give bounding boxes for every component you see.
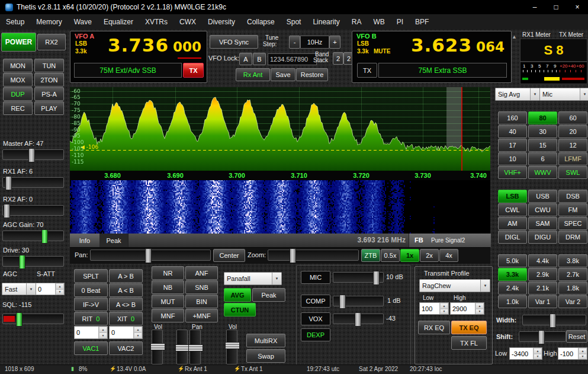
zoom-1x-button[interactable]: 1x: [400, 249, 419, 262]
agc-gain-slider[interactable]: [2, 231, 64, 241]
band-160-button[interactable]: 160: [498, 111, 527, 124]
if-to-vfo-button[interactable]: IF->V: [74, 298, 108, 311]
filter-5.0k-button[interactable]: 5.0k: [498, 254, 527, 267]
tx-filter-button[interactable]: TX FL: [451, 336, 487, 350]
a-swap-b-button[interactable]: A <> B: [109, 298, 143, 311]
shift-slider[interactable]: [519, 331, 566, 342]
slider-thumb[interactable]: [19, 255, 25, 269]
slider-thumb[interactable]: [339, 295, 346, 309]
mon-button[interactable]: MON: [3, 59, 33, 72]
slider-thumb[interactable]: [5, 176, 12, 190]
mode-cwu-button[interactable]: CWU: [528, 203, 557, 216]
bin-button[interactable]: BIN: [185, 295, 218, 308]
up-arrow-icon[interactable]: ▲: [56, 283, 64, 289]
snb-button[interactable]: SNB: [185, 280, 218, 294]
spinner-arrows[interactable]: ▲▼: [98, 327, 107, 338]
pure-signal-label[interactable]: Pure Signal2: [431, 237, 465, 244]
up-arrow-icon[interactable]: ▲: [475, 303, 484, 309]
anf-button[interactable]: ANF: [185, 266, 218, 280]
dup-button[interactable]: DUP: [3, 87, 33, 101]
rx2-button[interactable]: RX2: [37, 34, 66, 50]
filter-high-spinner[interactable]: -100 ▲▼: [558, 347, 587, 360]
band-wwv-button[interactable]: WWV: [528, 166, 557, 179]
filter-2.1k-button[interactable]: 2.1k: [528, 282, 557, 295]
nb-button[interactable]: NB: [152, 280, 184, 294]
s-att-spinner[interactable]: 0 ▲▼: [36, 283, 65, 295]
slider-thumb[interactable]: [150, 343, 165, 350]
chevron-down-icon[interactable]: ▼: [580, 88, 588, 100]
mox-button[interactable]: MOX: [3, 73, 33, 87]
xit-spinner[interactable]: 0 ▲▼: [109, 326, 143, 339]
vac2-button[interactable]: VAC2: [109, 341, 143, 355]
filter-low-spinner[interactable]: -3400 ▲▼: [509, 347, 542, 360]
vfob-frequency[interactable]: 3.623 064: [379, 34, 505, 58]
zoom-slider[interactable]: [268, 250, 359, 261]
menu-linearity[interactable]: Linearity: [307, 18, 345, 26]
filter-2.7k-button[interactable]: 2.7k: [558, 268, 587, 281]
mode-cwl-button[interactable]: CWL: [498, 203, 527, 216]
sub-pan-slider[interactable]: [189, 330, 201, 365]
spinner-arrows[interactable]: ▲▼: [133, 327, 142, 338]
avg-button[interactable]: AVG: [224, 288, 251, 302]
collapse-panel-icon[interactable]: ▲: [512, 34, 517, 40]
filter-1.8k-button[interactable]: 1.8k: [558, 282, 587, 295]
vfoa-bandstack-display[interactable]: 75M Ext/Adv SSB: [74, 63, 182, 78]
down-arrow-icon[interactable]: ▼: [440, 309, 448, 315]
zoom-4x-button[interactable]: 4x: [439, 249, 458, 262]
multirx-button[interactable]: MultiRX: [246, 334, 285, 347]
spinner-arrows[interactable]: ▲▼: [578, 348, 587, 359]
rx-meter-mode-select[interactable]: Sig Avg ▼: [495, 88, 540, 101]
chevron-down-icon[interactable]: ▼: [530, 88, 539, 100]
tx-eq-button[interactable]: TX EQ: [451, 321, 487, 334]
zoom-0.5x-button[interactable]: 0.5x: [381, 249, 400, 262]
sql-slider[interactable]: [2, 314, 64, 324]
shift-reset-button[interactable]: Reset: [566, 330, 587, 343]
band-6-button[interactable]: 6: [528, 152, 557, 165]
power-button[interactable]: POWER: [1, 33, 36, 52]
chevron-down-icon[interactable]: ▼: [272, 273, 281, 285]
nr-button[interactable]: NR: [152, 266, 184, 280]
vfo-lock-b-button[interactable]: B: [253, 53, 266, 65]
step-up-button[interactable]: +: [329, 36, 340, 49]
band-17-button[interactable]: 17: [498, 139, 527, 152]
menu-xvtrs[interactable]: XVTRs: [139, 18, 173, 26]
down-arrow-icon[interactable]: ▼: [534, 354, 542, 360]
mode-dsb-button[interactable]: DSB: [558, 190, 587, 203]
rec-button[interactable]: REC: [3, 101, 33, 115]
menu-spot[interactable]: Spot: [281, 18, 307, 26]
band-30-button[interactable]: 30: [528, 125, 557, 138]
rit-button[interactable]: RIT 0: [74, 312, 108, 325]
restore-button[interactable]: Restore: [296, 68, 328, 81]
slider-thumb[interactable]: [373, 271, 380, 285]
mode-usb-button[interactable]: USB: [528, 190, 557, 203]
vfo-lock-a-button[interactable]: A: [239, 53, 252, 65]
mode-fm-button[interactable]: FM: [558, 203, 587, 216]
rx1-pan-slider[interactable]: [176, 330, 188, 365]
slider-thumb[interactable]: [355, 312, 361, 327]
tx-high-spinner[interactable]: 2900 ▲▼: [450, 302, 484, 315]
slider-thumb[interactable]: [4, 204, 10, 218]
vfoa-tx-indicator[interactable]: TX: [183, 63, 204, 78]
band-stack-a-button[interactable]: 2: [333, 52, 343, 65]
up-arrow-icon[interactable]: ▲: [579, 348, 587, 354]
display-mode-select[interactable]: Panafall ▼: [224, 272, 282, 285]
rx-eq-button[interactable]: RX EQ: [418, 321, 450, 334]
close-button[interactable]: ×: [567, 0, 588, 14]
tx-meter-label[interactable]: TX Meter: [559, 31, 583, 38]
frequency-entry-field[interactable]: 1234.567890: [268, 53, 317, 65]
filter-4.4k-button[interactable]: 4.4k: [528, 254, 557, 267]
slider-thumb[interactable]: [145, 248, 152, 263]
slider-thumb[interactable]: [16, 312, 23, 327]
down-arrow-icon[interactable]: ▼: [475, 309, 484, 315]
band-swl-button[interactable]: SWL: [558, 166, 587, 179]
chevron-down-icon[interactable]: ▼: [480, 280, 490, 292]
filter-3.3k-button[interactable]: 3.3k: [498, 268, 527, 281]
slider-thumb[interactable]: [225, 342, 240, 349]
rx2-af-slider[interactable]: [2, 205, 64, 216]
mic-button[interactable]: MIC: [301, 271, 330, 284]
down-arrow-icon[interactable]: ▼: [134, 333, 142, 338]
mute-button[interactable]: MUT: [152, 295, 184, 308]
menu-cwx[interactable]: CWX: [173, 18, 202, 26]
a-to-b-button[interactable]: A > B: [109, 269, 143, 283]
fb-label[interactable]: FB: [415, 236, 423, 244]
